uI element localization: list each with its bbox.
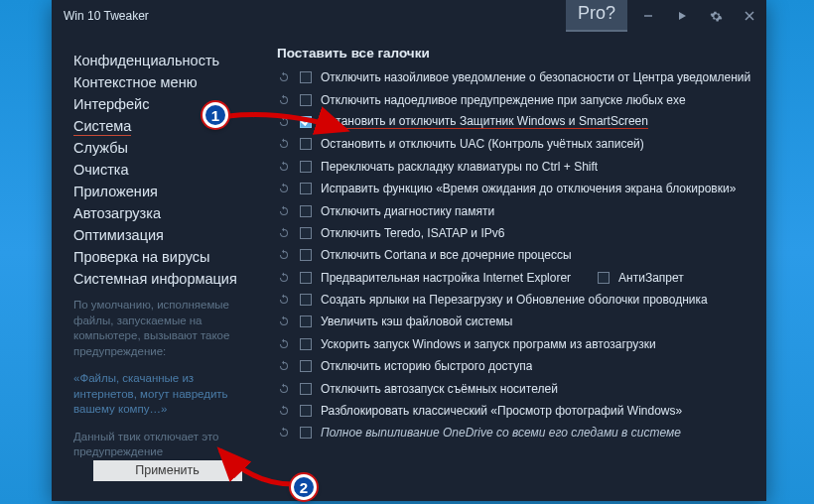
tweak-checkbox[interactable] [300, 315, 312, 327]
tweak-row: Предварительная настройка Internet Explo… [277, 267, 756, 289]
titlebar: Win 10 Tweaker Pro? [52, 0, 766, 32]
tweak-label: Разблокировать классический «Просмотр фо… [321, 404, 682, 418]
body: КонфиденциальностьКонтекстное менюИнтерф… [52, 32, 766, 501]
marker-2: 2 [291, 474, 317, 500]
app-window: Win 10 Tweaker Pro? КонфиденциальностьКо… [52, 0, 766, 501]
tweak-checkbox[interactable] [300, 71, 312, 83]
tweak-label: Предварительная настройка Internet Explo… [321, 271, 571, 285]
tweak-row: Исправить функцию «Время ожидания до отк… [277, 178, 756, 199]
sidebar-item-9[interactable]: Проверка на вирусы [73, 246, 261, 268]
refresh-icon[interactable] [277, 426, 291, 440]
refresh-icon[interactable] [277, 293, 291, 307]
tweak-label: Отключить историю быстрого доступа [321, 359, 532, 373]
refresh-icon[interactable] [277, 337, 291, 351]
sidebar-item-5[interactable]: Очистка [73, 159, 261, 181]
sidebar-item-label: Автозагрузка [73, 205, 161, 221]
tweak-checkbox[interactable] [300, 183, 312, 194]
tweak-row: Ускорить запуск Windows и запуск програм… [277, 333, 756, 355]
sidebar-item-label: Оптимизация [73, 227, 164, 243]
tweak-label: Отключить назойливое уведомление о безоп… [321, 70, 750, 84]
tweak-label: Отключить диагностику памяти [321, 204, 494, 218]
tweak-row: Переключать раскладку клавиатуры по Ctrl… [277, 156, 756, 178]
tweak-checkbox[interactable] [300, 272, 312, 284]
sidebar: КонфиденциальностьКонтекстное менюИнтерф… [52, 32, 267, 501]
tweak-row: Отключить автозапуск съёмных носителей [277, 377, 756, 399]
tweak-checkbox[interactable] [300, 227, 312, 239]
settings-button[interactable] [699, 0, 733, 32]
refresh-icon[interactable] [277, 271, 291, 285]
tweak-row: Отключить Cortana и все дочерние процесс… [277, 244, 756, 266]
sidebar-item-10[interactable]: Системная информация [73, 268, 261, 290]
tweak-checkbox[interactable] [300, 205, 312, 217]
tweak-label-extra: АнтиЗапрет [618, 271, 684, 285]
tweak-label: Полное выпиливание OneDrive со всеми его… [321, 426, 681, 440]
refresh-icon[interactable] [277, 382, 291, 396]
pro-badge[interactable]: Pro? [566, 0, 627, 32]
tweak-row: Создать ярлыки на Перезагрузку и Обновле… [277, 289, 756, 311]
refresh-icon[interactable] [277, 315, 291, 328]
sidebar-item-label: Системная информация [73, 271, 237, 287]
refresh-icon[interactable] [277, 182, 291, 195]
refresh-icon[interactable] [277, 359, 291, 373]
sidebar-item-label: Службы [73, 140, 128, 156]
window-controls [631, 0, 766, 32]
sidebar-item-0[interactable]: Конфиденциальность [73, 50, 261, 71]
arrow-1 [226, 104, 357, 144]
tweak-label: Исправить функцию «Время ожидания до отк… [321, 182, 736, 195]
sidebar-item-label: Приложения [73, 184, 158, 199]
refresh-icon[interactable] [277, 248, 291, 262]
svg-marker-1 [679, 12, 686, 20]
refresh-icon[interactable] [277, 404, 291, 418]
tweak-row: Отключить диагностику памяти [277, 199, 756, 221]
sidebar-note-1: По умолчанию, исполняемые файлы, запуска… [73, 298, 261, 359]
tweak-label: Отключить автозапуск съёмных носителей [321, 382, 558, 396]
tweak-checkbox[interactable] [300, 360, 312, 372]
refresh-icon[interactable] [277, 226, 291, 240]
tweak-row: Полное выпиливание OneDrive со всеми его… [277, 422, 756, 443]
sidebar-item-7[interactable]: Автозагрузка [73, 202, 261, 224]
tweak-checkbox[interactable] [300, 161, 312, 173]
tweak-row: Отключить Teredo, ISATAP и IPv6 [277, 222, 756, 244]
refresh-icon[interactable] [277, 70, 291, 84]
refresh-icon[interactable] [277, 160, 291, 174]
tweak-row: Увеличить кэш файловой системы [277, 311, 756, 332]
sidebar-item-8[interactable]: Оптимизация [73, 224, 261, 246]
sidebar-item-label: Очистка [73, 162, 129, 178]
start-icon[interactable] [665, 0, 699, 32]
nav-list: КонфиденциальностьКонтекстное менюИнтерф… [73, 50, 261, 290]
tweak-label: Создать ярлыки на Перезагрузку и Обновле… [321, 293, 708, 307]
tweak-checkbox[interactable] [300, 294, 312, 306]
tweak-checkbox-extra[interactable] [598, 272, 610, 284]
main-panel: Поставить все галочки Отключить назойлив… [267, 32, 766, 501]
sidebar-item-1[interactable]: Контекстное меню [73, 71, 261, 93]
tweak-label: Переключать раскладку клавиатуры по Ctrl… [321, 160, 598, 174]
tweak-row: Отключить историю быстрого доступа [277, 355, 756, 377]
refresh-icon[interactable] [277, 204, 291, 218]
tweak-label: Отключить Cortana и все дочерние процесс… [321, 248, 572, 262]
tweak-row: Отключить назойливое уведомление о безоп… [277, 66, 756, 88]
tweak-label: Остановить и отключить Защитник Windows … [321, 114, 648, 129]
sidebar-item-label: Интерфейс [73, 96, 149, 112]
sidebar-item-label: Контекстное меню [73, 74, 198, 90]
tweak-label: Увеличить кэш файловой системы [321, 315, 512, 328]
tweak-checkbox[interactable] [300, 383, 312, 395]
minimize-button[interactable] [631, 0, 665, 32]
sidebar-note-2: «Файлы, скачанные из интернетов, могут н… [73, 371, 261, 418]
tweak-label: Остановить и отключить UAC (Контроль учё… [321, 137, 644, 151]
tweak-checkbox[interactable] [300, 427, 312, 439]
tweak-label: Отключить Teredo, ISATAP и IPv6 [321, 226, 504, 240]
tweak-checkbox[interactable] [300, 249, 312, 261]
sidebar-item-label: Система [73, 118, 131, 136]
sidebar-item-label: Проверка на вирусы [73, 249, 210, 265]
tweak-checkbox[interactable] [300, 405, 312, 417]
sidebar-item-6[interactable]: Приложения [73, 181, 261, 202]
app-title: Win 10 Tweaker [64, 9, 149, 23]
tweak-row: Разблокировать классический «Просмотр фо… [277, 400, 756, 422]
close-button[interactable] [733, 0, 766, 32]
marker-1: 1 [203, 102, 228, 128]
panel-header: Поставить все галочки [277, 46, 756, 61]
tweak-checkbox[interactable] [300, 338, 312, 350]
tweak-label: Ускорить запуск Windows и запуск програм… [321, 337, 656, 351]
sidebar-item-label: Конфиденциальность [73, 53, 219, 68]
tweak-label: Отключить надоедливое предупреждение при… [321, 93, 686, 107]
